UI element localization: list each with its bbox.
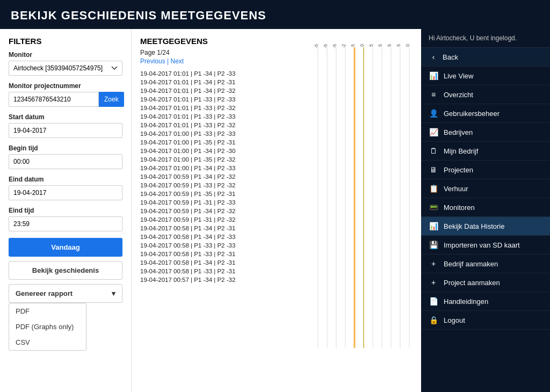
monitoren-icon: 📟 [429,203,438,212]
table-row: 19-04-2017 01:00 | P1 -35 | P2 -32 [140,155,305,164]
eind-tijd-label: Eind tijd [9,207,122,214]
begin-tijd-input[interactable] [9,154,122,169]
nav-bedrijven-label: Bedrijven [444,128,473,136]
genereer-rapport-button[interactable]: Genereer rapport ▾ [9,284,122,303]
dropdown-csv[interactable]: CSV [9,335,86,350]
nav-items-container: 📊Live View≡Overzicht👤Gebruikersbeheer📈Be… [421,67,550,330]
nav-item-back[interactable]: ‹ Back [421,48,550,67]
nav-item-bedrijf-aanmaken[interactable]: +Bedrijf aanmaken [421,255,550,273]
table-row: 19-04-2017 00:59 | P1 -31 | P2 -32 [140,215,305,224]
zoek-button[interactable]: Zoek [99,92,124,107]
bedrijven-icon: 📈 [429,128,438,136]
sidebar-user-info: Hi Airtocheck, U bent ingelogd. [421,29,550,48]
nav-bekijk-data-historie-label: Bekijk Data Historie [444,222,504,230]
project-number-input[interactable] [9,92,99,107]
nav-gebruikersbeheer-label: Gebruikersbeheer [444,110,500,118]
project-number-label: Monitor projectnummer [9,82,122,90]
table-row: 19-04-2017 00:59 | P1 -31 | P2 -33 [140,198,305,207]
back-icon: ‹ [429,53,438,61]
nav-item-overzicht[interactable]: ≡Overzicht [421,85,550,104]
next-link[interactable]: Next [170,57,184,65]
previous-link[interactable]: Previous [140,57,165,65]
dropdown-pdf[interactable]: PDF [9,303,86,319]
pagination-links: Previous | Next [140,57,305,65]
table-row: 19-04-2017 00:58 | P1 -33 | P2 -31 [140,250,305,258]
eind-tijd-group: Eind tijd [9,207,122,231]
nav-item-handleidingen[interactable]: 📄Handleidingen [421,292,550,311]
nav-logout-label: Logout [444,316,465,324]
table-row: 19-04-2017 00:59 | P1 -33 | P2 -32 [140,181,305,190]
bekijk-geschiedenis-button[interactable]: Bekijk geschiedenis [9,261,122,280]
nav-item-gebruikersbeheer[interactable]: 👤Gebruikersbeheer [421,104,550,123]
monitor-select[interactable]: Airtocheck [359394057254975] [9,61,122,76]
table-row: 19-04-2017 00:58 | P1 -33 | P2 -33 [140,241,305,250]
nav-item-projecten[interactable]: 🖥Projecten [421,161,550,179]
separator: | [165,57,171,65]
monitor-group: Monitor Airtocheck [359394057254975] [9,51,122,76]
live-view-icon: 📊 [429,71,438,80]
table-row: 19-04-2017 01:01 | P1 -33 | P2 -32 [140,121,305,129]
right-sidebar: Hi Airtocheck, U bent ingelogd. ‹ Back 📊… [421,29,550,392]
eind-datum-group: Eind datum [9,176,122,200]
page-info: Page 1/24 [140,49,305,56]
nav-projecten-label: Projecten [444,166,473,174]
start-datum-input[interactable] [9,123,122,138]
table-row: 19-04-2017 00:59 | P1 -35 | P2 -31 [140,190,305,198]
table-row: 19-04-2017 01:00 | P1 -35 | P2 -31 [140,138,305,147]
dropdown-pdf-graphs[interactable]: PDF (Graphs only) [9,319,86,335]
logout-icon: 🔒 [429,316,438,324]
filters-title: FILTERS [9,37,122,46]
importeren-sd-kaart-icon: 💾 [429,241,438,249]
nav-item-monitoren[interactable]: 📟Monitoren [421,198,550,217]
nav-item-bedrijven[interactable]: 📈Bedrijven [421,123,550,142]
svg-text:5: 5 [387,44,392,47]
nav-item-project-aanmaken[interactable]: +Project aanmaken [421,273,550,292]
chart-svg: -5 -5 -5 -2 5 0 5 5 5 5 0 [314,37,421,359]
eind-tijd-input[interactable] [9,216,122,231]
table-row: 19-04-2017 01:01 | P1 -33 | P2 -33 [140,95,305,104]
begin-tijd-label: Begin tijd [9,144,122,152]
svg-text:0: 0 [405,44,410,47]
nav-importeren-sd-kaart-label: Importeren van SD kaart [444,241,520,249]
nav-verhuur-label: Verhuur [444,185,468,193]
page-header: BEKIJK GESCHIEDENIS MEETGEGEVENS [0,0,550,29]
table-row: 19-04-2017 00:58 | P1 -34 | P2 -33 [140,233,305,241]
table-row: 19-04-2017 00:58 | P1 -34 | P2 -31 [140,258,305,267]
nav-item-bekijk-data-historie[interactable]: 📊Bekijk Data Historie [421,217,550,236]
table-row: 19-04-2017 00:58 | P1 -33 | P2 -31 [140,267,305,275]
svg-text:5: 5 [378,44,383,47]
table-row: 19-04-2017 00:59 | P1 -34 | P2 -32 [140,207,305,215]
table-row: 19-04-2017 01:01 | P1 -34 | P2 -32 [140,86,305,95]
eind-datum-input[interactable] [9,185,122,200]
nav-handleidingen-label: Handleidingen [444,297,488,306]
nav-item-live-view[interactable]: 📊Live View [421,67,550,85]
data-table: 19-04-2017 01:01 | P1 -34 | P2 -3319-04-… [140,69,305,284]
bedrijf-aanmaken-icon: + [429,259,438,268]
svg-text:5: 5 [368,44,374,47]
nav-project-aanmaken-label: Project aanmaken [444,279,500,287]
nav-item-mijn-bedrijf[interactable]: 🗒Mijn Bedrijf [421,142,550,161]
nav-item-verhuur[interactable]: 📋Verhuur [421,179,550,198]
start-datum-label: Start datum [9,113,122,121]
table-row: 19-04-2017 01:01 | P1 -34 | P2 -33 [140,69,305,78]
table-row: 19-04-2017 01:00 | P1 -33 | P2 -33 [140,129,305,138]
table-row: 19-04-2017 01:00 | P1 -34 | P2 -33 [140,164,305,172]
table-row: 19-04-2017 00:58 | P1 -34 | P2 -31 [140,224,305,233]
nav-item-importeren-sd-kaart[interactable]: 💾Importeren van SD kaart [421,236,550,255]
mijn-bedrijf-icon: 🗒 [429,147,438,155]
svg-text:5: 5 [350,44,356,47]
eind-datum-label: Eind datum [9,176,122,183]
table-row: 19-04-2017 01:01 | P1 -33 | P2 -33 [140,112,305,121]
monitor-label: Monitor [9,51,122,59]
svg-text:5: 5 [396,44,401,47]
gebruikersbeheer-icon: 👤 [429,109,438,118]
table-row: 19-04-2017 01:00 | P1 -34 | P2 -30 [140,147,305,155]
meetgegevens-title: MEETGEGEVENS [140,37,305,46]
nav-item-logout[interactable]: 🔒Logout [421,311,550,330]
genereer-rapport-label: Genereer rapport [16,289,73,297]
table-row: 19-04-2017 01:01 | P1 -34 | P2 -31 [140,78,305,86]
project-number-input-group: Zoek [9,92,122,107]
begin-tijd-group: Begin tijd [9,144,122,169]
vandaag-button[interactable]: Vandaag [9,238,122,257]
nav-overzicht-label: Overzicht [444,91,473,99]
